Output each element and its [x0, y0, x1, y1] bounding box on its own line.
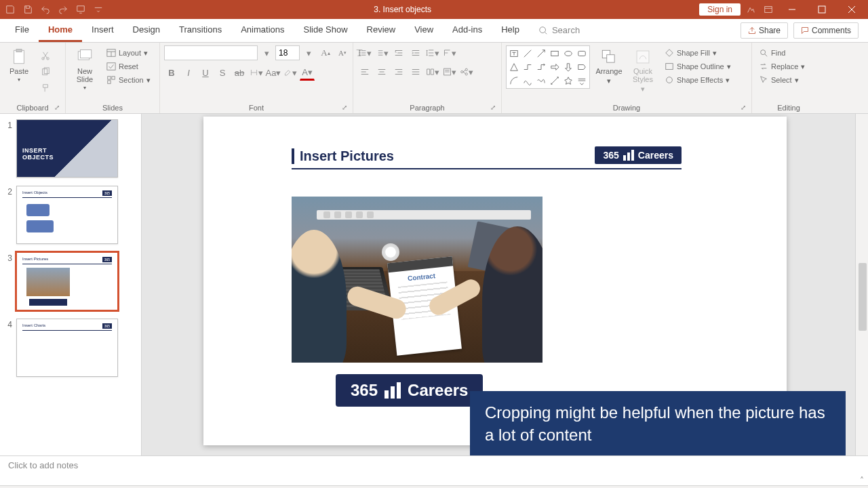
align-center-button[interactable] — [374, 64, 389, 79]
copy-button[interactable] — [38, 64, 53, 79]
shadow-button[interactable]: S — [215, 65, 230, 80]
shape-star-icon[interactable] — [562, 75, 574, 87]
undo-icon[interactable] — [38, 2, 53, 17]
new-slide-button[interactable]: New Slide ▾ — [70, 45, 100, 91]
align-right-button[interactable] — [391, 64, 406, 79]
line-spacing-button[interactable]: ▾ — [425, 45, 440, 60]
increase-indent-button[interactable] — [408, 45, 423, 60]
tab-slideshow[interactable]: Slide Show — [294, 19, 357, 42]
shape-oval-icon[interactable] — [562, 47, 574, 60]
select-button[interactable]: Select ▾ — [756, 74, 808, 86]
tab-transitions[interactable]: Transitions — [170, 19, 231, 42]
shapes-more-icon[interactable] — [576, 75, 588, 87]
notes-pane[interactable]: Click to add notes — [0, 455, 868, 485]
shape-arrow-down-icon[interactable] — [562, 61, 574, 73]
cut-button[interactable] — [38, 48, 53, 63]
align-left-button[interactable] — [357, 64, 372, 79]
clipboard-dialog-launcher[interactable]: ⤢ — [54, 104, 60, 111]
tab-insert[interactable]: Insert — [82, 19, 123, 42]
shape-fill-button[interactable]: Shape Fill ▾ — [662, 47, 734, 59]
tab-view[interactable]: View — [405, 19, 443, 42]
ribbon-display-icon[interactable] — [761, 2, 776, 17]
paragraph-dialog-launcher[interactable]: ⤢ — [490, 104, 496, 111]
tab-home[interactable]: Home — [39, 19, 82, 42]
tab-addins[interactable]: Add-ins — [443, 19, 492, 42]
format-painter-button[interactable] — [38, 81, 53, 96]
italic-button[interactable]: I — [181, 65, 196, 80]
slide-thumb-3[interactable]: Insert Pictures365 — [16, 252, 118, 310]
vertical-scrollbar[interactable] — [855, 114, 868, 455]
slide-thumb-1[interactable]: INSERT OBJECTS — [16, 119, 118, 178]
save-icon[interactable] — [20, 2, 35, 17]
shape-arc-icon[interactable] — [508, 75, 520, 87]
inserted-picture[interactable] — [292, 197, 542, 363]
shape-elbow-icon[interactable] — [521, 61, 534, 73]
tab-file[interactable]: File — [5, 19, 39, 42]
shapes-gallery[interactable] — [506, 45, 590, 89]
bold-button[interactable]: B — [164, 65, 179, 80]
font-size-input[interactable] — [275, 45, 300, 60]
comments-button[interactable]: Comments — [793, 22, 859, 39]
shape-freeform-icon[interactable] — [535, 75, 547, 87]
collapse-ribbon-button[interactable]: ˄ — [860, 476, 864, 485]
font-size-dropdown[interactable]: ▾ — [301, 45, 316, 60]
sign-in-button[interactable]: Sign in — [699, 3, 741, 16]
reset-button[interactable]: Reset — [104, 60, 153, 73]
tab-design[interactable]: Design — [123, 19, 170, 42]
slide-logo-large[interactable]: 365 Careers — [336, 374, 483, 407]
char-spacing-button[interactable]: ▾ — [249, 65, 264, 80]
shape-outline-button[interactable]: Shape Outline ▾ — [662, 60, 734, 73]
decrease-font-button[interactable]: A▾ — [335, 45, 350, 60]
highlight-button[interactable]: ▾ — [283, 65, 298, 80]
shape-rounded-rect-icon[interactable] — [576, 47, 588, 60]
tab-help[interactable]: Help — [492, 19, 529, 42]
strikethrough-button[interactable]: ab — [232, 65, 247, 80]
layout-button[interactable]: Layout ▾ — [104, 47, 153, 59]
close-button[interactable] — [838, 0, 865, 19]
start-from-beginning-icon[interactable] — [73, 2, 88, 17]
scrollbar-thumb[interactable] — [859, 263, 867, 331]
paste-button[interactable]: Paste ▾ — [4, 45, 34, 83]
tell-me-search[interactable]: Search — [529, 19, 589, 42]
qat-more-icon[interactable] — [91, 2, 106, 17]
align-text-button[interactable]: ▾ — [442, 64, 457, 79]
shape-line-icon[interactable] — [521, 47, 534, 60]
slide-thumbnails-panel[interactable]: 1 INSERT OBJECTS 2 Insert Objects365 3 I… — [0, 114, 142, 455]
shape-rectangle-icon[interactable] — [549, 47, 561, 60]
change-case-button[interactable]: Aa▾ — [266, 65, 281, 80]
minimize-button[interactable] — [778, 0, 806, 19]
justify-button[interactable] — [408, 64, 423, 79]
shape-textbox-icon[interactable] — [508, 47, 520, 60]
slide-canvas-area[interactable]: Insert Pictures 365 Careers — [142, 114, 855, 455]
find-button[interactable]: Find — [756, 47, 808, 59]
font-dialog-launcher[interactable]: ⤢ — [342, 104, 347, 111]
arrange-button[interactable]: Arrange▾ — [594, 45, 624, 85]
font-name-dropdown[interactable]: ▾ — [259, 45, 274, 60]
shape-effects-button[interactable]: Shape Effects ▾ — [662, 74, 734, 86]
maximize-button[interactable] — [808, 0, 835, 19]
decrease-indent-button[interactable] — [391, 45, 406, 60]
increase-font-button[interactable]: A▴ — [318, 45, 333, 60]
tab-review[interactable]: Review — [357, 19, 406, 42]
share-button[interactable]: Share — [741, 22, 788, 39]
bullets-button[interactable]: ▾ — [357, 45, 372, 60]
quick-styles-button[interactable]: Quick Styles▾ — [628, 45, 658, 94]
text-direction-button[interactable]: ▾ — [442, 45, 457, 60]
slide-thumb-2[interactable]: Insert Objects365 — [16, 186, 118, 244]
redo-icon[interactable] — [56, 2, 71, 17]
font-name-input[interactable] — [164, 45, 258, 60]
underline-button[interactable]: U — [198, 65, 213, 80]
slide-thumb-4[interactable]: Insert Charts365 — [16, 319, 118, 377]
autosave-icon[interactable] — [3, 2, 18, 17]
shape-connector-icon[interactable] — [549, 75, 561, 87]
shape-arrow-right-icon[interactable] — [549, 61, 561, 73]
shape-curve-icon[interactable] — [521, 75, 534, 87]
shape-elbow-arrow-icon[interactable] — [535, 61, 547, 73]
font-color-button[interactable]: A▾ — [300, 64, 315, 81]
coming-soon-icon[interactable] — [743, 2, 758, 17]
shape-triangle-icon[interactable] — [508, 61, 520, 73]
numbering-button[interactable]: ▾ — [374, 45, 389, 60]
shape-pentagon-icon[interactable] — [576, 61, 588, 73]
smartart-button[interactable]: ▾ — [459, 64, 474, 79]
drawing-dialog-launcher[interactable]: ⤢ — [741, 104, 746, 111]
